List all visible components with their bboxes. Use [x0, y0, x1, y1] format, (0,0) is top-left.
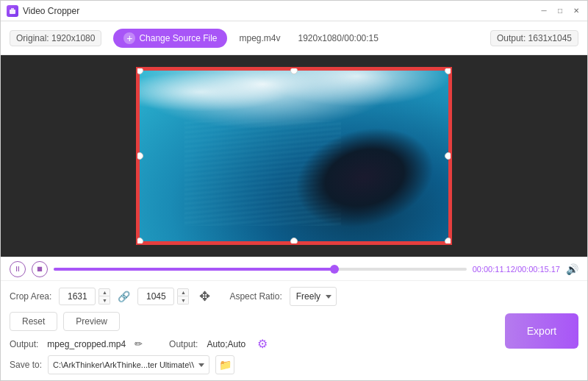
bottom-section: Crop Area: ▲ ▼ 🔗 ▲ ▼	[10, 287, 578, 374]
close-button[interactable]: ✕	[571, 6, 581, 16]
export-button[interactable]: Export	[505, 313, 578, 349]
height-spin-up[interactable]: ▲	[177, 288, 189, 296]
pause-icon: ⏸	[14, 265, 21, 273]
app-icon	[7, 5, 18, 17]
crop-height-group: ▲ ▼	[137, 288, 189, 305]
progress-thumb[interactable]	[330, 265, 339, 274]
crop-width-input[interactable]	[59, 288, 96, 305]
time-display: 00:00:11.12/00:00:15.17	[473, 265, 560, 274]
progress-fill	[54, 268, 334, 271]
output-settings-label: Output:	[169, 339, 198, 349]
bottom-controls: Crop Area: ▲ ▼ 🔗 ▲ ▼	[1, 280, 587, 380]
progress-bar[interactable]	[54, 268, 467, 271]
video-area	[1, 55, 587, 257]
height-spin-buttons: ▲ ▼	[177, 288, 189, 305]
main-window: Video Cropper ─ □ ✕ Original: 1920x1080 …	[0, 0, 588, 381]
time-current: 00:00:11.12	[473, 265, 515, 274]
save-to-label: Save to:	[10, 360, 42, 370]
toolbar: Original: 1920x1080 + Change Source File…	[1, 21, 587, 55]
link-dimensions-icon[interactable]: 🔗	[118, 291, 130, 302]
maximize-button[interactable]: □	[555, 6, 565, 16]
video-background	[137, 68, 451, 243]
title-bar: Video Cropper ─ □ ✕	[1, 1, 587, 21]
svg-marker-1	[11, 8, 14, 10]
width-spin-down[interactable]: ▼	[98, 296, 110, 305]
browse-folder-button[interactable]: 📁	[215, 355, 234, 374]
width-spin-up[interactable]: ▲	[98, 288, 110, 296]
svg-rect-0	[10, 10, 15, 14]
crop-width-group: ▲ ▼	[59, 288, 110, 305]
preview-button[interactable]: Preview	[63, 312, 120, 331]
file-meta: 1920x1080/00:00:15	[298, 33, 379, 43]
width-spin-buttons: ▲ ▼	[98, 288, 110, 305]
save-path-select[interactable]: C:\ArkThinker\ArkThinke...ter Ultimate\V…	[48, 355, 209, 374]
height-spin-down[interactable]: ▼	[177, 296, 189, 305]
title-bar-left: Video Cropper	[7, 5, 79, 17]
minimize-button[interactable]: ─	[539, 6, 549, 16]
file-info: mpeg.m4v 1920x1080/00:00:15	[239, 33, 378, 43]
output-settings-value: Auto;Auto	[207, 339, 245, 349]
window-controls: ─ □ ✕	[539, 6, 581, 16]
save-row: Save to: C:\ArkThinker\ArkThinke...ter U…	[10, 355, 493, 374]
edit-filename-icon[interactable]: ✏	[135, 338, 143, 349]
playback-controls: ⏸ ⏹ 00:00:11.12/00:00:15.17 🔊	[1, 257, 587, 280]
window-title: Video Cropper	[23, 6, 79, 16]
output-filename: mpeg_cropped.mp4	[47, 339, 126, 349]
move-icon[interactable]: ✥	[199, 288, 210, 305]
aspect-ratio-select[interactable]: Freely 16:9 4:3 1:1 9:16	[290, 287, 337, 306]
folder-icon: 📁	[219, 359, 232, 371]
plus-icon: +	[123, 32, 135, 44]
aspect-ratio-label: Aspect Ratio:	[229, 291, 282, 302]
original-resolution-label: Original: 1920x1080	[10, 30, 101, 46]
change-source-label: Change Source File	[139, 33, 217, 43]
change-source-button[interactable]: + Change Source File	[113, 29, 227, 48]
video-canvas	[136, 67, 452, 245]
output-settings-icon[interactable]: ⚙	[257, 337, 268, 351]
volume-icon[interactable]: 🔊	[566, 263, 578, 275]
stop-button[interactable]: ⏹	[32, 261, 48, 277]
output-resolution-label: Output: 1631x1045	[490, 30, 578, 46]
reset-button[interactable]: Reset	[10, 312, 57, 331]
output-filename-label: Output:	[10, 339, 38, 349]
output-row: Output: mpeg_cropped.mp4 ✏ Output: Auto;…	[10, 337, 493, 351]
crop-height-input[interactable]	[137, 288, 174, 305]
video-frame[interactable]	[136, 67, 452, 245]
file-name: mpeg.m4v	[239, 33, 280, 43]
crop-area-label: Crop Area:	[10, 291, 51, 302]
stop-icon: ⏹	[36, 265, 43, 273]
pause-button[interactable]: ⏸	[10, 261, 26, 277]
crop-area-row: Crop Area: ▲ ▼ 🔗 ▲ ▼	[10, 287, 493, 306]
time-total: 00:00:15.17	[517, 265, 560, 274]
bottom-left-panel: Crop Area: ▲ ▼ 🔗 ▲ ▼	[10, 287, 493, 374]
action-buttons-row: Reset Preview	[10, 312, 493, 331]
